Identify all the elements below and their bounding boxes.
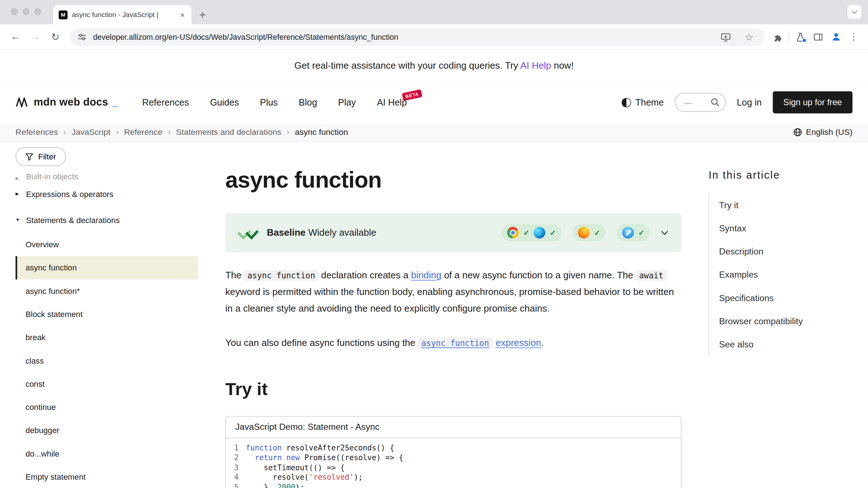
sidebar-item-statements-declarations[interactable]: ▼Statements & declarations	[16, 207, 198, 233]
article-content: async function BaselineWidely available …	[225, 142, 681, 488]
baseline-status-text: Widely available	[308, 227, 376, 237]
code-editor[interactable]: 1 function resolveAfter2Seconds() { 2 re…	[226, 438, 681, 488]
logo-text: mdn web docs	[34, 96, 108, 108]
browser-toolbar: ← → ↻ developer.allizom.org/en-US/docs/W…	[0, 24, 868, 50]
crumb-statements[interactable]: Statements and declarations	[176, 127, 281, 137]
theme-toggle[interactable]: Theme	[621, 97, 664, 108]
tab-close-icon[interactable]: ×	[179, 10, 186, 20]
nav-blog[interactable]: Blog	[299, 97, 317, 108]
mdn-logo[interactable]: mdn web docs_	[16, 96, 118, 108]
toc-link-browser-compatibility[interactable]: Browser compatibility	[719, 317, 803, 327]
nav-references[interactable]: References	[142, 97, 189, 108]
back-button[interactable]: ←	[5, 27, 25, 47]
check-icon: ✓	[550, 228, 556, 237]
window-minimize-button[interactable]	[23, 8, 29, 15]
window-close-button[interactable]	[11, 8, 18, 15]
nav-plus[interactable]: Plus	[260, 97, 278, 108]
sidebar-item-continue[interactable]: continue	[16, 395, 198, 419]
crumb-reference[interactable]: Reference	[124, 127, 162, 137]
browser-menu-icon[interactable]: ⋮	[845, 28, 863, 46]
crumb-separator-icon: ›	[64, 128, 66, 136]
baseline-expand-chevron-icon[interactable]	[661, 228, 668, 235]
page-title: async function	[225, 167, 681, 193]
window-zoom-button[interactable]	[34, 8, 41, 15]
site-header: mdn web docs_ References Guides Plus Blo…	[0, 82, 868, 123]
toc-item: Description	[709, 240, 852, 263]
profile-avatar-icon[interactable]	[827, 28, 845, 46]
chrome-icon	[507, 227, 519, 239]
experiments-flask-icon[interactable]	[792, 28, 809, 46]
toc-link-examples[interactable]: Examples	[719, 270, 758, 280]
sidebar-item-block-statement[interactable]: Block statement	[16, 303, 198, 326]
nav-guides[interactable]: Guides	[210, 97, 239, 108]
sidebar-item-do-while[interactable]: do...while	[16, 442, 198, 465]
sidebar-item-debugger[interactable]: debugger	[16, 419, 198, 442]
nav-ai-help[interactable]: AI HelpBETA	[377, 97, 407, 108]
sidebar-item-expressions-operators[interactable]: ▶Expressions & operators	[16, 181, 198, 207]
toc-link-syntax[interactable]: Syntax	[719, 223, 746, 234]
sidebar-item-const[interactable]: const	[16, 372, 198, 395]
code-token: setTimeout(() => {	[246, 463, 345, 472]
extensions-icon[interactable]	[769, 28, 787, 46]
text-segment: .	[541, 338, 544, 348]
baseline-status: BaselineWidely available	[267, 227, 376, 238]
text-segment: declaration creates a	[318, 270, 411, 281]
check-icon: ✓	[638, 228, 644, 237]
signup-button[interactable]: Sign up for free	[773, 91, 852, 114]
filter-button[interactable]: Filter	[16, 147, 66, 166]
browser-tab[interactable]: M async function - JavaScript | ×	[53, 5, 192, 25]
reload-button[interactable]: ↻	[46, 27, 65, 47]
sidebar-item-break[interactable]: break	[16, 326, 198, 349]
async-function-expression-code-link[interactable]: async function	[418, 338, 492, 348]
sidebar-item-async-function-star[interactable]: async function*	[16, 279, 198, 303]
search-input[interactable]	[675, 93, 726, 112]
sidebar-item-empty-statement[interactable]: Empty statement	[16, 465, 198, 488]
crumb-separator-icon: ›	[168, 128, 170, 136]
main-nav: References Guides Plus Blog Play AI Help…	[142, 97, 407, 108]
toc-link-try-it[interactable]: Try it	[719, 200, 738, 210]
line-number: 3	[226, 463, 246, 473]
login-link[interactable]: Log in	[737, 97, 762, 108]
code-text: return new Promise((resolve) => {	[246, 453, 403, 463]
code-text: function resolveAfter2Seconds() {	[246, 443, 395, 453]
crumb-current-page[interactable]: async function	[295, 127, 348, 137]
toc-link-description[interactable]: Description	[719, 247, 763, 257]
text-segment: The	[225, 270, 244, 281]
code-token: 2000	[277, 483, 295, 488]
url-bar[interactable]: developer.allizom.org/en-US/docs/Web/Jav…	[70, 28, 765, 46]
theme-label: Theme	[635, 97, 664, 108]
new-tab-button[interactable]: +	[199, 9, 206, 21]
sidebar-item-class[interactable]: class	[16, 349, 198, 372]
forward-button[interactable]: →	[25, 27, 45, 47]
sidebar-item-label: Block statement	[25, 310, 82, 318]
sidebar-item-async-function[interactable]: async function	[16, 256, 198, 279]
crumb-references[interactable]: References	[16, 127, 58, 137]
toc-item: Syntax	[709, 217, 852, 240]
dots-glyph: ⋮	[849, 31, 858, 43]
crumb-javascript[interactable]: JavaScript	[72, 127, 110, 137]
theme-icon	[621, 98, 631, 107]
nav-play[interactable]: Play	[338, 97, 356, 108]
bookmark-star-icon[interactable]: ☆	[740, 28, 758, 46]
language-switcher[interactable]: English (US)	[793, 127, 852, 137]
code-token: );	[295, 483, 304, 488]
ai-help-link[interactable]: AI Help	[520, 60, 551, 71]
side-panel-icon[interactable]	[809, 28, 827, 46]
url-text[interactable]: developer.allizom.org/en-US/docs/Web/Jav…	[93, 33, 711, 41]
promo-text-before: Get real-time assistance with your codin…	[294, 60, 520, 71]
toc-item: See also	[709, 333, 852, 356]
binding-link[interactable]: binding	[411, 270, 442, 281]
toc-link-see-also[interactable]: See also	[719, 340, 753, 350]
sidebar-item-built-in-objects[interactable]: ▶Built-in objects	[16, 170, 198, 181]
sidebar-item-overview[interactable]: Overview	[16, 233, 198, 256]
toc-link-specifications[interactable]: Specifications	[719, 293, 774, 303]
sidebar-item-label: Statements & declarations	[26, 215, 120, 224]
install-app-icon[interactable]	[717, 28, 735, 46]
inline-code-async-function-link: async function	[418, 338, 492, 349]
tab-search-button[interactable]	[847, 5, 861, 19]
site-settings-icon[interactable]	[76, 28, 88, 46]
browser-tabstrip: M async function - JavaScript | × +	[0, 0, 868, 24]
expression-link[interactable]: expression	[495, 338, 541, 348]
code-line: 2 return new Promise((resolve) => {	[226, 453, 681, 463]
toc-item: Browser compatibility	[709, 310, 852, 333]
